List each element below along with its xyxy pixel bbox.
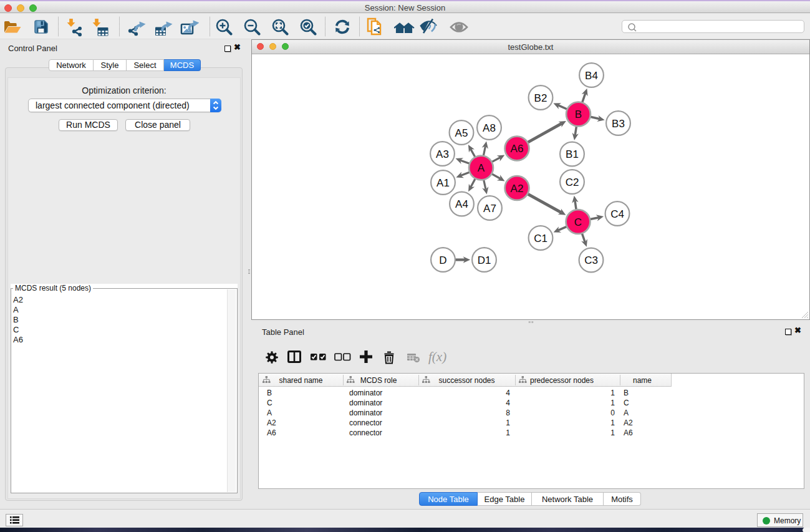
svg-text:A4: A4: [455, 198, 468, 210]
svg-text:B3: B3: [612, 118, 625, 130]
svg-text:B2: B2: [534, 92, 547, 104]
svg-text:D: D: [439, 254, 446, 266]
svg-text:A1: A1: [436, 177, 450, 189]
svg-text:B4: B4: [585, 70, 598, 82]
svg-text:A8: A8: [483, 122, 496, 134]
svg-text:A2: A2: [511, 183, 524, 195]
svg-text:A: A: [478, 162, 485, 174]
svg-text:C1: C1: [534, 233, 547, 244]
svg-text:C: C: [574, 216, 582, 228]
svg-text:B: B: [575, 109, 582, 120]
svg-text:D1: D1: [478, 254, 491, 266]
svg-text:A6: A6: [511, 143, 524, 155]
svg-text:A5: A5: [455, 127, 468, 139]
svg-text:B1: B1: [566, 148, 579, 160]
svg-text:C4: C4: [610, 208, 624, 220]
svg-text:A7: A7: [483, 203, 496, 215]
svg-text:C3: C3: [584, 254, 598, 266]
svg-text:C2: C2: [566, 177, 579, 188]
svg-text:A3: A3: [436, 148, 449, 160]
